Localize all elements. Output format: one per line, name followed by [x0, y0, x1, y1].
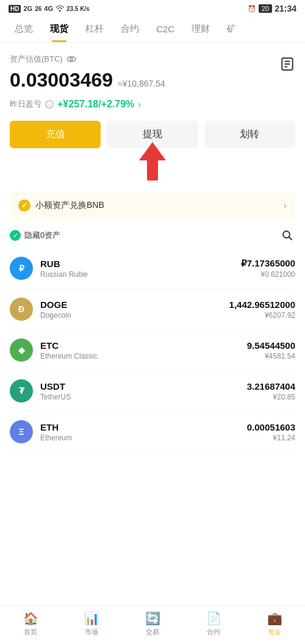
hide-zero-assets[interactable]: ✓ 隐藏0资产	[10, 230, 60, 241]
tab-spot[interactable]: 现货	[41, 16, 77, 42]
eth-amounts: 0.00051603 ¥11.24	[247, 422, 295, 442]
transfer-button[interactable]: 划转	[204, 121, 295, 148]
doge-fullname: Dogecoin	[40, 311, 229, 320]
etc-fullname: Ethereum Classic	[40, 352, 247, 360]
usdt-logo: ₮	[10, 379, 33, 402]
doge-cny: ¥6207.92	[229, 311, 295, 320]
asset-header: 资产估值(BTC) 0.03003469≈¥10,867.54	[10, 54, 295, 94]
eth-fullname: Ethereum	[40, 434, 247, 442]
eth-amount: 0.00051603	[247, 422, 295, 432]
nav-tabs: 总览 现货 杠杆 合约 C2C 理财 矿	[0, 16, 305, 43]
record-icon[interactable]	[279, 56, 295, 72]
speed-indicator: 23.5 K/s	[66, 5, 90, 12]
rub-amount: ₽7.17365000	[241, 258, 295, 269]
rub-logo: ₽	[10, 257, 33, 280]
etc-cny: ¥4581.54	[247, 352, 295, 360]
filter-checkmark: ✓	[13, 232, 18, 240]
home-icon: 🏠	[23, 611, 38, 626]
etc-logo-text: ◆	[18, 345, 25, 355]
filter-row: ✓ 隐藏0资产	[0, 219, 305, 248]
bnb-chevron-icon: ›	[284, 200, 287, 211]
usdt-fullname: TetherUS	[40, 393, 247, 401]
market-icon: 📊	[84, 611, 99, 626]
eth-symbol: ETH	[40, 422, 247, 432]
asset-item-rub[interactable]: ₽ RUB Russian Ruble ₽7.17365000 ¥0.62100…	[10, 248, 295, 289]
etc-logo: ◆	[10, 338, 33, 362]
bnb-banner-text: 小额资产兑换BNB	[35, 200, 104, 211]
nav-contract[interactable]: 📄 合约	[195, 611, 232, 637]
wifi-icon	[56, 5, 64, 13]
eth-info: ETH Ethereum	[40, 422, 247, 442]
contract-icon: 📄	[206, 611, 221, 626]
asset-item-eth[interactable]: Ξ ETH Ethereum 0.00051603 ¥11.24	[10, 412, 295, 453]
asset-list: ₽ RUB Russian Ruble ₽7.17365000 ¥0.62100…	[0, 248, 305, 453]
battery-icon: 20	[259, 4, 272, 13]
bnb-swap-banner[interactable]: ✓ 小额资产兑换BNB ›	[10, 192, 295, 219]
tab-c2c[interactable]: C2C	[148, 16, 183, 41]
arrow-stem	[147, 159, 158, 181]
rub-info: RUB Russian Ruble	[40, 259, 241, 279]
asset-item-etc[interactable]: ◆ ETC Ethereum Classic 9.54544500 ¥4581.…	[10, 330, 295, 371]
tab-overview[interactable]: 总览	[6, 16, 41, 42]
usdt-amount: 3.21687404	[247, 381, 295, 392]
status-left: HD 2G 26 4G 23.5 K/s	[9, 5, 90, 13]
nav-funds-label: 资金	[268, 628, 281, 637]
checkmark: ✓	[21, 201, 27, 210]
search-button[interactable]	[279, 227, 295, 243]
doge-logo: Ð	[10, 298, 33, 321]
usdt-amounts: 3.21687404 ¥20.85	[247, 381, 295, 401]
tab-mining[interactable]: 矿	[218, 16, 245, 42]
arrow-annotation	[0, 142, 305, 185]
eth-logo: Ξ	[10, 420, 33, 443]
rub-fullname: Russian Ruble	[40, 270, 241, 279]
btc-value: 0.03003469≈¥10,867.54	[10, 68, 165, 91]
main-content: 资产估值(BTC) 0.03003469≈¥10,867.54 昨日盈亏 i +…	[0, 43, 305, 148]
pnl-value: +¥257.18/+2.79%	[57, 99, 134, 110]
asset-header-left: 资产估值(BTC) 0.03003469≈¥10,867.54	[10, 54, 165, 94]
tab-earn[interactable]: 理财	[183, 16, 218, 42]
svg-point-1	[70, 58, 73, 60]
bottom-nav: 🏠 首页 📊 市场 🔄 交易 📄 合约 💼 资金	[0, 606, 305, 644]
alarm-icon: ⏰	[248, 5, 256, 13]
tab-margin[interactable]: 杠杆	[77, 16, 112, 42]
asset-item-usdt[interactable]: ₮ USDT TetherUS 3.21687404 ¥20.85	[10, 371, 295, 412]
eye-icon[interactable]	[66, 54, 76, 64]
status-bar: HD 2G 26 4G 23.5 K/s ⏰ 20 21:34	[0, 0, 305, 16]
nav-funds[interactable]: 💼 资金	[256, 611, 293, 637]
usdt-symbol: USDT	[40, 381, 247, 392]
tab-futures[interactable]: 合约	[112, 16, 148, 42]
rub-symbol: RUB	[40, 259, 241, 269]
eth-cny: ¥11.24	[247, 434, 295, 442]
doge-info: DOGE Dogecoin	[40, 299, 229, 320]
asset-label-row: 资产估值(BTC)	[10, 54, 165, 65]
asset-item-doge[interactable]: Ð DOGE Dogecoin 1,442.96512000 ¥6207.92	[10, 289, 295, 330]
usdt-logo-text: ₮	[19, 386, 24, 396]
search-icon	[281, 229, 293, 242]
etc-info: ETC Ethereum Classic	[40, 340, 247, 360]
usdt-info: USDT TetherUS	[40, 381, 247, 401]
action-buttons: 充值 提现 划转	[10, 121, 295, 148]
withdraw-button[interactable]: 提现	[107, 121, 198, 148]
doge-symbol: DOGE	[40, 299, 229, 310]
doge-logo-text: Ð	[18, 304, 24, 314]
status-right: ⏰ 20 21:34	[248, 4, 296, 13]
time-display: 21:34	[274, 4, 296, 13]
etc-symbol: ETC	[40, 340, 247, 351]
nav-contract-label: 合约	[207, 628, 220, 637]
trade-icon: 🔄	[145, 611, 160, 626]
filter-check-icon: ✓	[10, 230, 21, 241]
doge-amount: 1,442.96512000	[229, 299, 295, 310]
nav-trade[interactable]: 🔄 交易	[134, 611, 171, 637]
bnb-banner-left: ✓ 小额资产兑换BNB	[18, 199, 104, 212]
nav-home[interactable]: 🏠 首页	[12, 611, 49, 637]
eth-logo-text: Ξ	[18, 427, 24, 437]
svg-line-9	[289, 237, 292, 240]
hd-badge: HD	[9, 5, 21, 13]
etc-amount: 9.54544500	[247, 340, 295, 351]
cny-approx: ≈¥10,867.54	[118, 79, 165, 88]
pnl-row: 昨日盈亏 i +¥257.18/+2.79% ›	[10, 99, 295, 110]
deposit-button[interactable]: 充值	[10, 121, 101, 148]
nav-market[interactable]: 📊 市场	[73, 611, 110, 637]
nav-trade-label: 交易	[146, 628, 159, 637]
doge-amounts: 1,442.96512000 ¥6207.92	[229, 299, 295, 320]
